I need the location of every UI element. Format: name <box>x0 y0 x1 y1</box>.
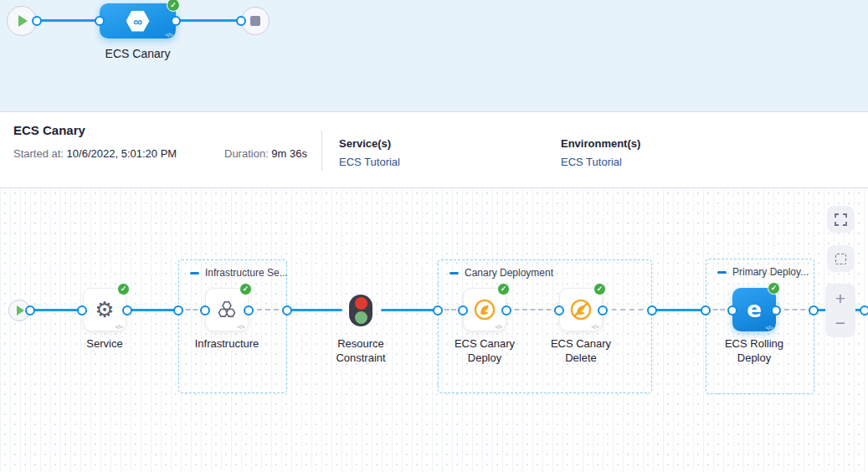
connector-ring <box>77 305 87 316</box>
canary-delete-icon <box>569 298 593 321</box>
step-ecs-rolling-deploy[interactable]: e ✓ </> <box>732 288 776 331</box>
execution-info-bar: ECS Canary Started at: 10/6/2022, 5:01:2… <box>0 112 868 188</box>
services-label: Service(s) <box>339 137 391 150</box>
group-title: Infrastructure Se... <box>205 267 288 279</box>
step-label: Resource Constraint <box>315 336 407 365</box>
duration: Duration: 9m 36s <box>224 147 307 160</box>
stage-label: ECS Canary <box>87 47 188 60</box>
collapse-group-icon[interactable] <box>449 272 459 274</box>
zoom-out-button[interactable]: − <box>835 314 845 331</box>
connector-ring <box>236 16 246 26</box>
environments-link[interactable]: ECS Tutorial <box>561 156 622 168</box>
pipeline-execution-view: ∞ ✓ </> ECS Canary ECS Canary Started at… <box>0 0 868 472</box>
code-view-icon: </> <box>765 325 773 331</box>
stop-icon <box>250 16 260 26</box>
connector-line <box>287 309 342 311</box>
step-label: Service <box>59 336 151 351</box>
connector-ring <box>501 305 511 316</box>
step-ecs-canary-delete[interactable]: ✓ </> <box>559 288 603 331</box>
connector-line <box>37 19 100 22</box>
resource-constraint-traffic-light-icon[interactable] <box>349 295 372 326</box>
collapse-group-icon[interactable] <box>717 271 727 274</box>
success-check-icon: ✓ <box>167 0 180 12</box>
divider <box>321 131 322 171</box>
connector-ring <box>771 305 781 316</box>
connector-ring <box>647 305 657 316</box>
connector-ring <box>282 305 292 316</box>
execution-graph-canvas[interactable]: Infrastructure Se... Canary Deployment P… <box>0 188 868 472</box>
connector-ring <box>173 305 183 316</box>
success-check-icon: ✓ <box>497 283 510 295</box>
harness-pipeline-icon: ∞ <box>126 11 150 32</box>
connector-ring <box>95 16 105 26</box>
success-check-icon: ✓ <box>117 283 130 295</box>
step-label: Infrastructure <box>181 336 273 351</box>
play-icon <box>18 15 28 27</box>
connector-line <box>381 309 438 311</box>
step-infrastructure[interactable]: ✓ </> <box>205 288 249 331</box>
step-label: ECS Canary Deploy <box>439 336 531 365</box>
success-check-icon: ✓ <box>239 283 252 295</box>
stage-overview-banner: ∞ ✓ </> ECS Canary <box>0 0 868 112</box>
connector-ring <box>701 305 711 316</box>
started-at: Started at: 10/6/2022, 5:01:20 PM <box>13 147 177 160</box>
ecs-logo-icon: e <box>747 299 762 321</box>
zoom-controls: + − <box>825 284 855 337</box>
connector-ring <box>727 305 737 316</box>
step-label: ECS Rolling Deploy <box>708 336 800 365</box>
connector-line <box>30 309 82 311</box>
step-label: ECS Canary Delete <box>535 336 627 365</box>
environments-label: Environment(s) <box>561 137 640 150</box>
code-view-icon: </> <box>591 324 598 330</box>
connector-ring <box>171 16 181 26</box>
canary-icon <box>473 298 496 321</box>
play-icon <box>17 305 24 316</box>
connector-ring <box>200 305 210 316</box>
step-service[interactable]: ⚙ ✓ </> <box>83 288 126 331</box>
fit-to-view-button[interactable] <box>827 245 854 272</box>
success-check-icon: ✓ <box>768 282 780 295</box>
step-ecs-canary-deploy[interactable]: ✓ </> <box>463 288 506 331</box>
connector-line <box>176 19 241 22</box>
gear-icon: ⚙ <box>95 299 114 321</box>
connector-ring <box>554 305 564 316</box>
execution-title: ECS Canary <box>13 123 85 137</box>
green-lamp <box>355 311 367 324</box>
connector-ring <box>122 305 132 316</box>
red-lamp <box>355 297 367 310</box>
connector-ring <box>458 305 468 316</box>
connector-ring <box>244 305 254 316</box>
success-check-icon: ✓ <box>593 283 606 295</box>
fullscreen-button[interactable] <box>827 206 854 233</box>
connector-ring <box>25 305 35 316</box>
collapse-group-icon[interactable] <box>190 272 199 274</box>
connector-ring <box>32 16 42 26</box>
code-view-icon: </> <box>165 32 172 38</box>
code-view-icon: </> <box>115 324 122 330</box>
services-link[interactable]: ECS Tutorial <box>339 156 400 168</box>
group-title: Primary Deploy... <box>732 266 809 278</box>
connector-ring <box>598 305 608 316</box>
connector-line <box>652 309 706 311</box>
infinity-glyph: ∞ <box>133 14 142 28</box>
fullscreen-icon <box>835 213 847 226</box>
connector-line <box>127 309 178 311</box>
code-view-icon: </> <box>237 324 244 330</box>
connector-ring <box>809 305 819 316</box>
group-title: Canary Deployment <box>465 267 553 279</box>
connector-ring <box>433 305 443 316</box>
stage-node-ecs-canary[interactable]: ∞ ✓ </> <box>100 3 176 38</box>
hexagons-icon <box>216 299 238 321</box>
zoom-in-button[interactable]: + <box>835 290 845 307</box>
connector-ring <box>860 305 868 316</box>
marquee-icon <box>835 254 846 264</box>
code-view-icon: </> <box>495 324 502 330</box>
